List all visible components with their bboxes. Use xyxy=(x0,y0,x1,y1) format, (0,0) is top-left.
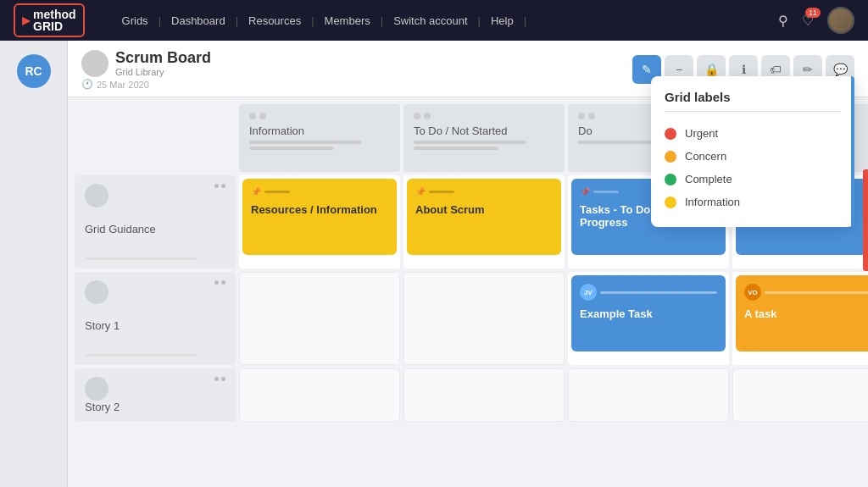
grid-cell: VO A task xyxy=(732,272,868,365)
logo-subtext: GRID xyxy=(33,20,76,32)
grid-cell-empty xyxy=(732,368,868,422)
header-dot xyxy=(414,113,420,119)
notification-badge: 11 xyxy=(805,8,821,18)
logo-text: method xyxy=(33,8,76,20)
label-urgent: Urgent xyxy=(685,127,718,140)
pin-icon: 📌 xyxy=(251,187,261,196)
logo-icon: ▸ xyxy=(22,11,30,30)
row-label-title: Story 1 xyxy=(85,319,225,332)
row-circle xyxy=(85,280,108,304)
nav-links: Grids | Dashboard | Resources | Members … xyxy=(112,14,778,27)
nav-help[interactable]: Help xyxy=(481,14,524,27)
row-label-story1: Story 1 xyxy=(75,272,236,365)
bell-icon[interactable]: ♡ 11 xyxy=(802,13,814,29)
nav-members[interactable]: Members xyxy=(314,14,381,27)
card-about-scrum[interactable]: 📌 About Scrum xyxy=(407,179,561,255)
col-header-empty xyxy=(75,104,236,172)
grid-cell-empty xyxy=(239,368,400,422)
row-label-story2: Story 2 xyxy=(75,368,236,422)
row-circle xyxy=(85,377,108,401)
header-dot xyxy=(259,113,266,119)
card-title: Example Task xyxy=(580,307,717,320)
card-example-task[interactable]: JV Example Task xyxy=(571,275,726,351)
logo[interactable]: ▸ method GRID xyxy=(14,3,85,37)
information-dot xyxy=(665,196,676,208)
card-title: A task xyxy=(744,307,868,320)
row-label-grid-guidance: Grid Guidance xyxy=(75,175,236,268)
label-item-information[interactable]: Information xyxy=(665,191,841,213)
header-dot xyxy=(588,113,595,119)
grid-cell: 📌 Resources / Information xyxy=(239,175,400,268)
label-concern: Concern xyxy=(685,150,726,163)
col-header-label: Information xyxy=(249,125,390,137)
col-header-label: To Do / Not Started xyxy=(414,125,554,137)
search-icon[interactable]: ⚲ xyxy=(778,13,788,29)
label-item-concern[interactable]: Concern xyxy=(665,145,841,168)
page-subtitle: Grid Library xyxy=(115,67,211,77)
page-title: Scrum Board xyxy=(115,49,211,67)
card-a-task[interactable]: VO A task xyxy=(736,275,868,351)
card-avatar: JV xyxy=(580,284,597,301)
header-dot xyxy=(249,113,256,119)
col-header-information: Information xyxy=(239,104,400,172)
grid-labels-panel: Grid labels Urgent Concern Complete Info… xyxy=(651,76,854,227)
header-dot xyxy=(424,113,431,119)
header-dot xyxy=(578,113,585,119)
card-title: Resources / Information xyxy=(251,203,388,216)
panel-border-accent xyxy=(851,76,854,227)
nav-resources[interactable]: Resources xyxy=(238,14,311,27)
user-avatar[interactable] xyxy=(827,7,854,34)
grid-cell-empty xyxy=(568,368,729,422)
row-circle xyxy=(85,184,108,208)
card-avatar: VO xyxy=(744,284,761,301)
urgent-dot xyxy=(665,128,676,140)
page-title-area: Scrum Board Grid Library 🕐 25 Mar 2020 xyxy=(81,49,211,90)
main-layout: RC Scrum Board Grid Library 🕐 25 Mar 202… xyxy=(0,41,868,487)
sidebar: RC xyxy=(0,41,68,487)
label-information: Information xyxy=(685,196,740,208)
page-icon xyxy=(81,50,108,77)
page-date: 🕐 25 Mar 2020 xyxy=(81,79,211,90)
sidebar-avatar[interactable]: RC xyxy=(17,54,51,88)
red-accent xyxy=(863,169,868,271)
row-label-title: Grid Guidance xyxy=(85,223,225,235)
nav-switch-account[interactable]: Switch account xyxy=(383,14,477,27)
grid-cell-empty xyxy=(403,272,565,365)
grid-cell-empty xyxy=(239,272,400,365)
card-resources-information[interactable]: 📌 Resources / Information xyxy=(242,179,397,255)
nav-dashboard[interactable]: Dashboard xyxy=(161,14,236,27)
pin-icon: 📌 xyxy=(580,187,590,196)
col-header-todo: To Do / Not Started xyxy=(403,104,565,172)
grid-cell: 📌 About Scrum xyxy=(403,175,565,268)
label-item-complete[interactable]: Complete xyxy=(665,168,841,191)
card-title: About Scrum xyxy=(415,203,553,216)
label-item-urgent[interactable]: Urgent xyxy=(665,122,841,145)
nav-right: ⚲ ♡ 11 xyxy=(778,7,854,34)
row-label-title: Story 2 xyxy=(85,401,225,413)
grid-cell-empty xyxy=(403,368,565,422)
complete-dot xyxy=(665,174,676,185)
grid-cell: JV Example Task xyxy=(568,272,729,365)
nav-grids[interactable]: Grids xyxy=(112,14,159,27)
panel-title: Grid labels xyxy=(665,90,841,112)
concern-dot xyxy=(665,151,676,163)
navigation: ▸ method GRID Grids | Dashboard | Resour… xyxy=(0,0,868,41)
pin-icon: 📌 xyxy=(415,187,426,196)
label-complete: Complete xyxy=(685,173,732,185)
